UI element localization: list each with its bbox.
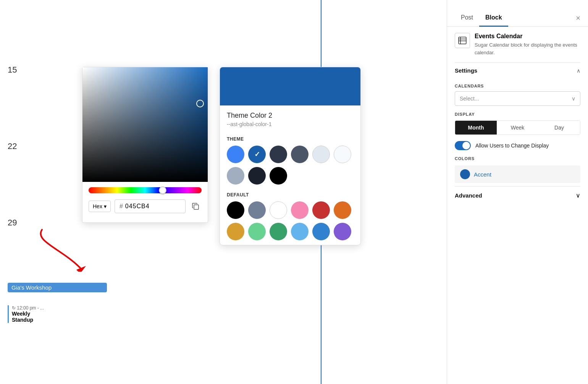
theme-color-circle-t4[interactable] [291,146,309,163]
hue-slider[interactable] [89,187,202,193]
accent-color-dot[interactable] [460,169,470,179]
copy-color-button[interactable] [189,200,202,212]
calendars-select[interactable]: Select... ∨ [455,91,580,106]
tab-block[interactable]: Block [479,10,508,27]
color-gradient-canvas[interactable] [82,67,208,182]
event-weekly-standup[interactable]: ↻ 12:00 pm - ... WeeklyStandup [8,305,44,323]
week-numbers: 15 22 29 [0,61,31,290]
color-picker-popup: Hex ▾ # 045CB4 [82,67,208,223]
theme-color-preview [220,67,360,105]
calendars-sub-label: CALENDARS [455,84,580,88]
colors-label: COLORS [455,156,580,161]
default-color-circles [220,201,360,245]
theme-color-name: Theme Color 2 [227,112,354,120]
theme-color-circle-t9[interactable] [270,167,287,185]
display-buttons: Month Week Day [455,120,580,135]
display-label: DISPLAY [455,112,580,117]
hue-slider-container [82,182,208,196]
theme-color-circle-t6[interactable] [334,146,351,163]
theme-color-circle-t5[interactable] [312,146,330,163]
svg-marker-0 [76,266,86,272]
event-time: ↻ 12:00 pm - ... [12,305,44,311]
block-description: Sugar Calendar block for displaying the … [475,41,580,56]
default-color-circle-d10[interactable] [291,223,309,240]
default-color-circle-d9[interactable] [270,223,287,240]
toggle-row: Allow Users to Change Display [455,141,580,150]
calendars-dropdown-chevron: ∨ [572,96,575,102]
default-color-circle-d4[interactable] [291,201,309,219]
display-day-button[interactable]: Day [538,121,580,134]
default-color-circle-d1[interactable] [227,201,244,219]
display-month-button[interactable]: Month [455,121,497,134]
settings-chevron: ∧ [577,68,580,74]
default-color-circle-d3[interactable] [270,201,287,219]
event-title: WeeklyStandup [12,311,44,323]
settings-label: Settings [455,67,477,74]
theme-color-popup: Theme Color 2 --ast-global-color-1 THEME… [220,67,361,245]
svg-rect-2 [459,37,466,44]
hue-thumb [159,186,166,194]
sidebar-content: Events Calendar Sugar Calendar block for… [447,27,588,211]
hex-label: Hex [93,203,102,209]
theme-color-circle-t7[interactable] [227,167,244,185]
accent-row: Accent [455,165,580,183]
annotation-arrow [31,226,92,273]
event-gias-workshop[interactable]: Gia's Workshop [8,283,107,292]
block-title: Events Calendar [475,33,580,40]
sidebar-close-button[interactable]: × [576,14,580,26]
svg-rect-1 [194,205,199,209]
hex-row: Hex ▾ # 045CB4 [82,196,208,216]
settings-section: Settings ∧ CALENDARS Select... ∨ DISPLAY… [455,62,580,183]
block-info: Events Calendar Sugar Calendar block for… [475,33,580,56]
week-number-15: 15 [0,61,31,138]
theme-color-var: --ast-global-color-1 [227,121,354,127]
calendars-placeholder: Select... [460,96,479,102]
sidebar-tabs: Post Block × [447,0,588,27]
block-header: Events Calendar Sugar Calendar block for… [455,33,580,56]
format-dropdown-chevron: ▾ [104,203,107,209]
default-color-circle-d11[interactable] [312,223,330,240]
advanced-label: Advanced [455,192,482,199]
default-color-circle-d2[interactable] [248,201,266,219]
theme-color-circle-t1[interactable] [227,146,244,163]
advanced-chevron: ∨ [576,192,580,199]
display-week-button[interactable]: Week [497,121,538,134]
accent-label[interactable]: Accent [474,171,491,178]
theme-color-circle-t3[interactable] [270,146,287,163]
theme-color-circle-t2[interactable] [248,146,266,163]
allow-change-display-toggle[interactable] [455,141,471,150]
hex-input-field[interactable]: # 045CB4 [115,199,186,213]
calendar-area: 15 22 29 Gia's Workshop ↻ 12:00 pm - ...… [0,0,447,384]
theme-section-label: THEME [220,133,360,146]
default-color-circle-d8[interactable] [248,223,266,240]
default-color-circle-d5[interactable] [312,201,330,219]
block-icon [455,33,470,48]
default-color-circle-d12[interactable] [334,223,351,240]
default-color-circle-d7[interactable] [227,223,244,240]
advanced-section-header[interactable]: Advanced ∨ [455,186,580,204]
week-number-29: 29 [0,214,31,290]
color-format-select[interactable]: Hex ▾ [89,201,111,212]
default-section-label: DEFAULT [220,189,360,201]
tab-post[interactable]: Post [455,10,479,27]
hex-value: 045CB4 [125,203,150,210]
color-picker-cursor [196,100,204,107]
settings-header[interactable]: Settings ∧ [455,62,580,78]
theme-color-info: Theme Color 2 --ast-global-color-1 [220,105,360,133]
theme-color-circle-t8[interactable] [248,167,266,185]
right-sidebar: Post Block × Events Calendar Sugar Calen… [447,0,588,384]
hex-hash-symbol: # [120,203,123,210]
toggle-label: Allow Users to Change Display [475,143,549,149]
theme-color-circles [220,146,360,189]
week-number-22: 22 [0,138,31,214]
default-color-circle-d6[interactable] [334,201,351,219]
